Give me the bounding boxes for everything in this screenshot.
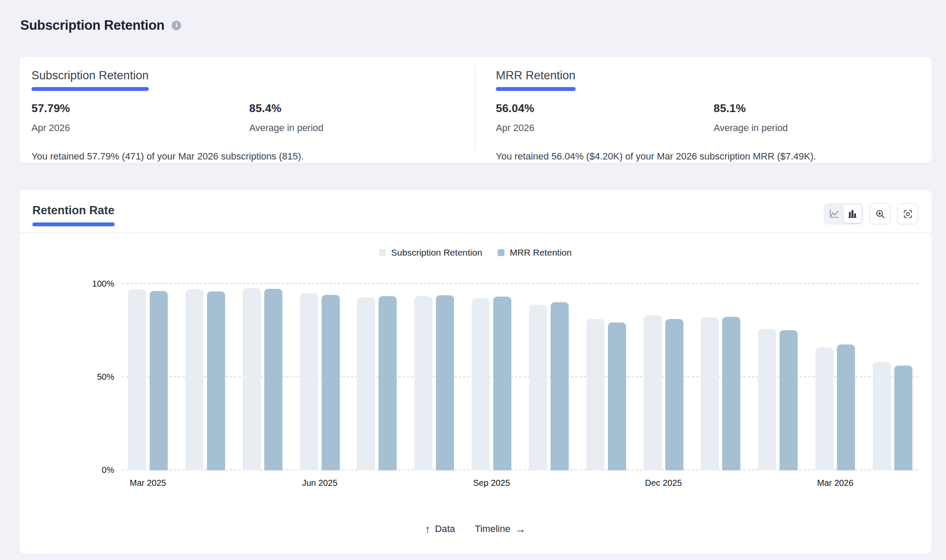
arrow-up-icon: ↑ xyxy=(425,524,430,535)
bar[interactable] xyxy=(665,319,683,471)
chart-footer: ↑ Data Timeline → xyxy=(32,523,918,535)
stat-label: Average in period xyxy=(714,122,931,134)
x-axis-tick xyxy=(586,478,626,488)
tab-active-underline xyxy=(496,87,576,91)
bar-group xyxy=(758,329,798,470)
bar[interactable] xyxy=(264,289,282,470)
stat-label: Average in period xyxy=(249,122,467,134)
tab-subscription-retention[interactable]: Subscription Retention xyxy=(31,69,149,91)
zoom-in-button[interactable] xyxy=(869,203,891,225)
x-axis-tick xyxy=(185,478,225,488)
bar[interactable] xyxy=(472,298,490,470)
bar[interactable] xyxy=(608,322,626,470)
bar-group xyxy=(529,302,569,470)
bar[interactable] xyxy=(379,296,397,470)
x-axis-tick xyxy=(529,478,569,488)
bar[interactable] xyxy=(586,319,605,470)
bar[interactable] xyxy=(529,305,547,471)
tab-label: MRR Retention xyxy=(496,69,576,82)
chart-body: Subscription RetentionMRR Retention 100%… xyxy=(19,247,931,535)
page-title: Subscription Retention xyxy=(20,17,164,34)
bar-chart-icon[interactable] xyxy=(843,205,861,223)
x-axis-tick: Dec 2025 xyxy=(644,478,683,488)
tab-retention-rate[interactable]: Retention Rate xyxy=(32,204,115,226)
x-axis-tick: Jun 2025 xyxy=(300,478,340,488)
chart-type-toggle xyxy=(824,203,863,225)
bar-group xyxy=(586,319,626,470)
legend-label: Subscription Retention xyxy=(391,247,482,258)
stat-label: Apr 2026 xyxy=(31,122,249,134)
timeline-button[interactable]: Timeline → xyxy=(475,523,526,535)
data-button[interactable]: ↑ Data xyxy=(425,523,455,535)
tab-label: Retention Rate xyxy=(32,204,115,217)
bar[interactable] xyxy=(300,293,318,470)
stat-value: 57.79% xyxy=(31,102,249,115)
bar[interactable] xyxy=(357,297,375,471)
mrr-retention-section: MRR Retention 56.04% Apr 2026 85.1% Aver… xyxy=(476,69,943,152)
current-period-stat: 57.79% Apr 2026 xyxy=(31,102,249,134)
bar[interactable] xyxy=(128,289,146,471)
bar-group xyxy=(357,296,397,470)
y-axis-tick: 100% xyxy=(92,279,114,289)
page: Subscription Retention i Subscription Re… xyxy=(0,0,946,560)
bar-group xyxy=(128,289,168,471)
x-axis-tick: Mar 2026 xyxy=(815,478,855,488)
x-axis-tick: Sep 2025 xyxy=(472,478,511,488)
bar[interactable] xyxy=(780,330,798,470)
legend-swatch xyxy=(498,249,504,256)
legend-item[interactable]: MRR Retention xyxy=(498,247,572,258)
bar[interactable] xyxy=(551,302,569,470)
data-button-label: Data xyxy=(435,523,455,535)
bar-group xyxy=(472,297,511,470)
bar[interactable] xyxy=(436,295,454,470)
bar[interactable] xyxy=(185,289,204,471)
stat-value: 85.4% xyxy=(249,102,467,115)
x-axis-tick: Mar 2025 xyxy=(128,478,168,488)
bar[interactable] xyxy=(644,315,662,470)
retention-rate-card: Retention Rate xyxy=(19,190,931,554)
legend-item[interactable]: Subscription Retention xyxy=(379,247,482,258)
bar-group xyxy=(815,344,855,471)
bar[interactable] xyxy=(493,297,511,470)
x-axis-labels: Mar 2025Jun 2025Sep 2025Dec 2025Mar 2026 xyxy=(122,478,918,488)
center-focus-button[interactable] xyxy=(897,203,918,225)
bar-group xyxy=(873,362,912,470)
plot-area: 100% 50% 0% xyxy=(122,283,918,470)
tab-active-underline xyxy=(31,87,149,91)
bar[interactable] xyxy=(722,317,740,470)
bar[interactable] xyxy=(207,291,225,470)
average-stat: 85.4% Average in period xyxy=(249,102,467,134)
legend-swatch xyxy=(379,249,386,256)
y-axis-tick: 50% xyxy=(97,372,114,382)
bar[interactable] xyxy=(322,295,340,470)
bar[interactable] xyxy=(894,366,912,470)
chart-legend: Subscription RetentionMRR Retention xyxy=(32,247,918,258)
tab-label: Subscription Retention xyxy=(31,69,149,82)
mrr-retention-description: You retained 56.04% ($4.20K) of your Mar… xyxy=(496,151,931,162)
tab-mrr-retention[interactable]: MRR Retention xyxy=(496,69,576,91)
timeline-button-label: Timeline xyxy=(475,523,510,535)
bar[interactable] xyxy=(701,317,719,470)
stat-value: 85.1% xyxy=(714,102,931,115)
x-axis-tick xyxy=(873,478,912,488)
subscription-retention-description: You retained 57.79% (471) of your Mar 20… xyxy=(31,151,463,162)
subscription-retention-section: Subscription Retention 57.79% Apr 2026 8… xyxy=(19,69,475,152)
average-stat: 85.1% Average in period xyxy=(714,102,931,134)
chart-header: Retention Rate xyxy=(19,190,931,233)
bar[interactable] xyxy=(873,362,891,470)
bar-group xyxy=(701,317,740,470)
bar[interactable] xyxy=(243,288,261,470)
bar-group xyxy=(185,289,225,471)
tab-active-underline xyxy=(32,222,115,226)
bar[interactable] xyxy=(414,296,432,470)
bar[interactable] xyxy=(758,329,776,470)
bar[interactable] xyxy=(837,344,855,471)
line-chart-icon[interactable] xyxy=(825,205,843,223)
info-icon[interactable]: i xyxy=(172,21,181,30)
bar[interactable] xyxy=(815,347,833,470)
bar-group xyxy=(243,288,282,470)
x-axis-tick xyxy=(701,478,740,488)
bar[interactable] xyxy=(150,291,168,470)
stats-row: 57.79% Apr 2026 85.4% Average in period xyxy=(31,102,463,134)
stat-label: Apr 2026 xyxy=(496,122,714,134)
